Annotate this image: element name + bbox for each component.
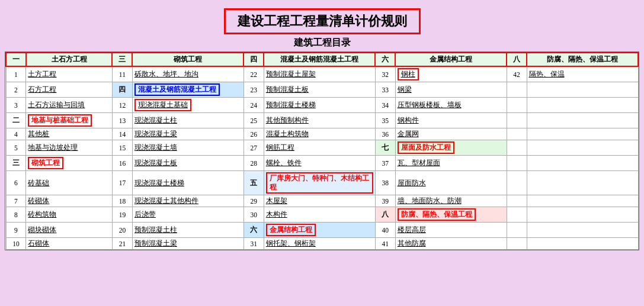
cell-name: 砾散水、地坪、地沟: [132, 66, 243, 82]
cell-name: 其他预制构件: [264, 113, 375, 128]
cell-name: [527, 195, 638, 207]
table-row: 7 砖砌体 18 现浇混凝土其他构件 29 木屋架 39 墙、地面防水、防潮: [6, 195, 638, 207]
cell-num: 5: [6, 140, 26, 156]
cell-name: [527, 156, 638, 171]
cell-num: [507, 82, 527, 98]
cell-name: 土石方运输与回填: [26, 98, 113, 113]
cell-num: 35: [375, 113, 395, 128]
cell-name: 金属网: [395, 128, 507, 140]
page-container: 建设工程工程量清单计价规则 建筑工程目录 一: [0, 0, 644, 255]
header-col8-label: 防腐、隔热、保温工程: [547, 55, 618, 63]
cell-name: 地基与桩基础工程: [26, 113, 113, 128]
cell-num: 32: [375, 66, 395, 82]
cell-name: 预制混凝土梁: [132, 238, 243, 250]
header-num-1: 一: [6, 53, 26, 66]
cell-num: 七: [375, 140, 395, 156]
cell-num: 14: [112, 128, 132, 140]
cell-name: 钢托架、钢桁架: [264, 238, 375, 250]
cell-name: 现浇混凝土梁: [132, 128, 243, 140]
cell-name: 现浇混凝土其他构件: [132, 195, 243, 207]
cell-name: [527, 98, 638, 113]
cell-num: 34: [375, 98, 395, 113]
cell-num: 27: [243, 140, 264, 156]
cell-name: 木构件: [264, 207, 375, 223]
cell-name: 现浇混凝土楼梯: [132, 171, 243, 195]
cell-num: [507, 171, 527, 195]
cell-num: 21: [112, 238, 132, 250]
cell-name: 木屋架: [264, 195, 375, 207]
cell-num: 2: [6, 82, 26, 98]
cell-num: [507, 238, 527, 250]
cell-num: 23: [243, 82, 264, 98]
header-num-3: 三: [112, 53, 132, 66]
cell-name: 钢构件: [395, 113, 507, 128]
cell-num: [507, 195, 527, 207]
header-name-8: 防腐、隔热、保温工程: [527, 53, 638, 66]
cell-name: 墙、地面防水、防潮: [395, 195, 507, 207]
table-row: 6 砖基础 17 现浇混凝土楼梯 五 厂库房大门、特种门、木结构工程 38 屋面…: [6, 171, 638, 195]
header-num-8: 八: [507, 53, 527, 66]
table-row: 1 土方工程 11 砾散水、地坪、地沟 22 预制混凝土屋架 32 钢柱 42 …: [6, 66, 638, 82]
cell-name: 现浇混凝土板: [132, 156, 243, 171]
cell-num: 二: [6, 113, 26, 128]
cell-name: 钢梁: [395, 82, 507, 98]
cell-name: 预制混凝土屋架: [264, 66, 375, 82]
cell-num: 11: [112, 66, 132, 82]
cell-num: 22: [243, 66, 264, 82]
cell-num: [507, 223, 527, 238]
cell-name: 预制混凝土楼梯: [264, 98, 375, 113]
cell-num: 7: [6, 195, 26, 207]
header-col4-label: 混凝土及钢筋混凝土工程: [280, 55, 358, 63]
cell-num: 三: [6, 156, 26, 171]
cell-num: [507, 156, 527, 171]
cell-name: 预制混凝土柱: [132, 223, 243, 238]
cell-num: 29: [243, 195, 264, 207]
cell-name: 土方工程: [26, 66, 113, 82]
cell-name: [527, 128, 638, 140]
cell-name: 砖砌体: [26, 195, 113, 207]
cell-num: 1: [6, 66, 26, 82]
cell-num: 17: [112, 171, 132, 195]
cell-name: 现浇混凝土墙: [132, 140, 243, 156]
cell-num: [507, 98, 527, 113]
cell-name: 楼层高层: [395, 223, 507, 238]
cell-num: [507, 207, 527, 223]
cell-num: 13: [112, 113, 132, 128]
cell-name: 混凝土构筑物: [264, 128, 375, 140]
main-title: 建设工程工程量清单计价规则: [238, 12, 407, 30]
cell-num: 六: [243, 223, 264, 238]
cell-num: 31: [243, 238, 264, 250]
header-name-6: 金属结构工程: [395, 53, 507, 66]
cell-name: [527, 171, 638, 195]
header-num-4: 四: [243, 53, 264, 66]
header-name-1: 土石方工程: [26, 53, 113, 66]
header-name-3: 砌筑工程: [132, 53, 243, 66]
table-row: 8 砖构筑物 19 后浇带 30 木构件 八 防腐、隔热、保温工程: [6, 207, 638, 223]
header-col6-label: 金属结构工程: [430, 55, 472, 63]
table-row: 9 砌块砌体 20 预制混凝土柱 六 金属结构工程 40 楼层高层: [6, 223, 638, 238]
table-row: 3 土石方运输与回填 12 现浇混凝土基础 24 预制混凝土楼梯 34 压型钢板…: [6, 98, 638, 113]
table-row: 2 石方工程 四 混凝土及钢筋混凝土工程 23 预制混凝土板 33 钢梁: [6, 82, 638, 98]
cell-name: [527, 113, 638, 128]
cell-num: 12: [112, 98, 132, 113]
cell-name: 其他防腐: [395, 238, 507, 250]
cell-name: 螺栓、铁件: [264, 156, 375, 171]
cell-num: 40: [375, 223, 395, 238]
cell-num: 39: [375, 195, 395, 207]
cell-name: 混凝土及钢筋混凝土工程: [132, 82, 243, 98]
cell-num: 42: [507, 66, 527, 82]
header-row: 一 土石方工程 三 砌筑工程 四 混凝土及钢筋混凝土工程 六 金属结构工程: [6, 53, 638, 66]
cell-name: 砖基础: [26, 171, 113, 195]
table-row: 三 砌筑工程 16 现浇混凝土板 28 螺栓、铁件 37 瓦、型材屋面: [6, 156, 638, 171]
cell-num: 25: [243, 113, 264, 128]
cell-name: 砖构筑物: [26, 207, 113, 223]
main-table: 一 土石方工程 三 砌筑工程 四 混凝土及钢筋混凝土工程 六 金属结构工程: [5, 52, 639, 250]
cell-num: 38: [375, 171, 395, 195]
header-num-6: 六: [375, 53, 395, 66]
header-name-4: 混凝土及钢筋混凝土工程: [264, 53, 375, 66]
main-title-box: 建设工程工程量清单计价规则: [224, 8, 421, 34]
cell-name: [527, 207, 638, 223]
table-row: 5 地基与边坡处理 15 现浇混凝土墙 27 钢筋工程 七 屋面及防水工程: [6, 140, 638, 156]
cell-name: 厂库房大门、特种门、木结构工程: [264, 171, 375, 195]
cell-num: 15: [112, 140, 132, 156]
